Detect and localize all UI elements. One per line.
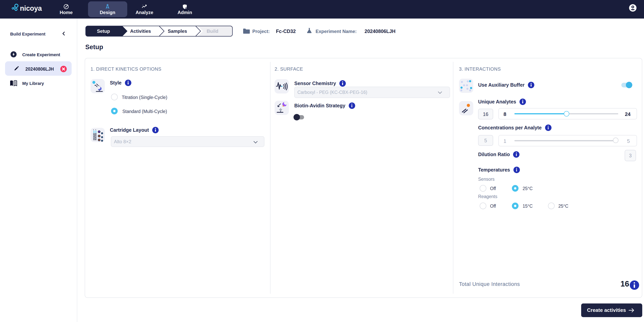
svg-text:Samples: Samples [168,28,187,34]
svg-text:Build: Build [207,28,218,34]
svg-text:Setup: Setup [97,28,110,34]
svg-text:Activities: Activities [130,28,151,34]
